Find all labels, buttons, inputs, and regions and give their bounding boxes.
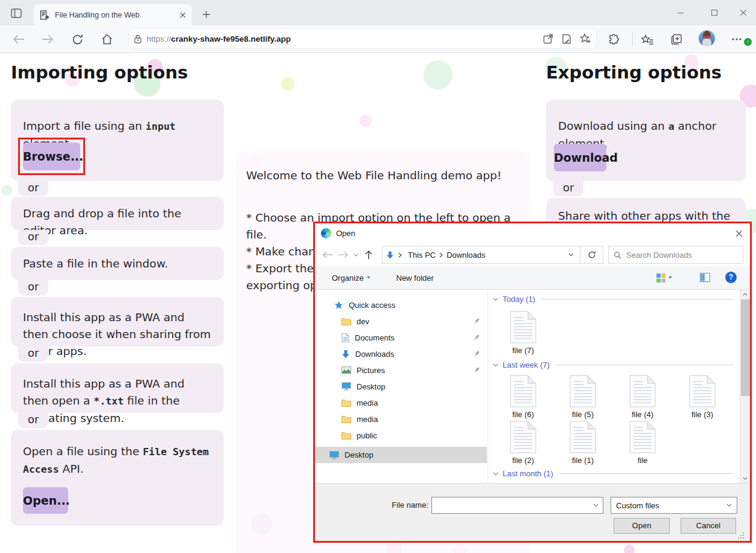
file-tile[interactable]: file (7): [495, 311, 551, 355]
profile-avatar[interactable]: [699, 30, 715, 46]
breadcrumb-this-pc[interactable]: This PC: [404, 251, 439, 260]
dialog-title-bar[interactable]: Open: [315, 223, 750, 243]
dialog-close-icon[interactable]: [735, 230, 743, 237]
file-tile[interactable]: file (2): [495, 421, 551, 465]
back-button[interactable]: [10, 31, 28, 48]
pin-icon: [473, 334, 480, 341]
dialog-cancel-button[interactable]: Cancel: [681, 518, 736, 534]
group-header-last-week[interactable]: Last week (7): [493, 360, 734, 369]
search-input[interactable]: [626, 251, 723, 260]
file-name-combobox[interactable]: [431, 497, 603, 514]
vertical-scrollbar[interactable]: [740, 290, 750, 483]
file-name-dropdown-icon[interactable]: [593, 503, 599, 507]
favorites-hub-icon[interactable]: [638, 31, 656, 48]
download-button[interactable]: Download: [554, 144, 606, 171]
window-close-button[interactable]: [731, 5, 755, 21]
extensions-puzzle-icon[interactable]: [605, 31, 623, 48]
view-thumbnails-icon: [656, 273, 666, 283]
file-tile[interactable]: file (5): [555, 375, 611, 419]
url-text: https://cranky-shaw-fe95e8.netlify.app: [147, 34, 543, 43]
dialog-up-button[interactable]: [361, 247, 376, 263]
file-icon: [689, 375, 716, 408]
browser-toolbar: https://cranky-shaw-fe95e8.netlify.app ↑: [0, 25, 756, 53]
code-anchor: a: [669, 121, 675, 132]
change-view-button[interactable]: [656, 273, 673, 283]
address-dropdown-chevron-icon[interactable]: [568, 253, 574, 257]
file-tile[interactable]: file: [615, 421, 670, 465]
file-tile[interactable]: file (3): [675, 375, 730, 419]
address-breadcrumb-bar[interactable]: This PC Downloads: [382, 246, 580, 264]
card-paste: Paste a file in the window.: [11, 247, 224, 280]
sidebar-item-public[interactable]: public: [315, 427, 487, 443]
edge-logo-icon: [321, 228, 331, 238]
window-maximize-button[interactable]: [702, 5, 726, 21]
open-file-button[interactable]: Open...: [23, 487, 68, 514]
scroll-up-icon[interactable]: [743, 293, 748, 296]
group-chevron-icon: [493, 472, 498, 476]
decor-dot: [424, 60, 453, 89]
tab-actions-icon: [11, 8, 22, 18]
organize-menu-button[interactable]: Organize: [332, 273, 371, 283]
scrollbar-thumb[interactable]: [741, 299, 750, 396]
file-tile[interactable]: file (4): [615, 375, 670, 419]
scroll-down-icon[interactable]: [743, 477, 748, 480]
sidebar-item-media[interactable]: media: [315, 395, 487, 411]
dialog-command-bar: Organize New folder ?: [315, 266, 750, 290]
open-in-new-icon[interactable]: [543, 34, 553, 44]
address-bar[interactable]: https://cranky-shaw-fe95e8.netlify.app: [129, 29, 596, 48]
pin-icon: [473, 366, 480, 374]
code-txt: *.txt: [94, 395, 124, 407]
preview-pane-button[interactable]: [700, 273, 710, 282]
file-name-input[interactable]: [432, 497, 593, 513]
desktop-monitor-icon: [341, 382, 351, 391]
help-button[interactable]: ?: [725, 272, 737, 283]
resize-grip[interactable]: [737, 532, 745, 539]
sidebar-item-desktop[interactable]: Desktop: [315, 379, 487, 394]
dialog-back-button[interactable]: [320, 247, 335, 263]
file-type-select[interactable]: Custom files: [611, 497, 737, 514]
exporting-heading: Exporting options: [546, 62, 722, 83]
tab-title: File Handling on the Web: [55, 11, 180, 19]
reload-button[interactable]: [68, 31, 86, 48]
file-icon: [570, 421, 596, 453]
tab-strip: File Handling on the Web: [0, 0, 756, 25]
dialog-forward-button[interactable]: [335, 247, 351, 263]
sidebar-quick-access[interactable]: Quick access: [315, 297, 487, 313]
forward-button[interactable]: [39, 31, 57, 48]
file-tile[interactable]: file (6): [495, 375, 551, 419]
new-folder-button[interactable]: New folder: [396, 273, 434, 283]
collections-icon[interactable]: [667, 31, 685, 48]
sidebar-item-dev[interactable]: dev: [315, 313, 487, 329]
refresh-button[interactable]: [580, 246, 603, 264]
new-tab-button[interactable]: [199, 7, 214, 22]
search-box[interactable]: [608, 246, 743, 264]
home-button[interactable]: [98, 31, 116, 48]
importing-heading: Importing options: [11, 62, 188, 83]
or-connector: or: [553, 181, 583, 196]
group-header-last-month[interactable]: Last month (1): [493, 469, 734, 478]
breadcrumb-downloads[interactable]: Downloads: [443, 251, 489, 260]
toolbar-divider: [632, 33, 633, 46]
pin-icon: [473, 318, 480, 325]
sidebar-item-downloads[interactable]: Downloads: [315, 346, 487, 362]
settings-more-icon[interactable]: [728, 31, 746, 48]
group-header-today[interactable]: Today (1): [493, 295, 734, 304]
dialog-open-button[interactable]: Open: [614, 518, 670, 534]
group-rule: [556, 365, 734, 365]
tab-close-icon[interactable]: [180, 12, 186, 18]
add-favorite-star-icon[interactable]: [580, 33, 591, 44]
lock-icon[interactable]: [134, 34, 142, 43]
browse-annotation-box: [18, 138, 85, 175]
tab-actions-menu-button[interactable]: [7, 5, 25, 22]
history-chevron-icon[interactable]: [351, 247, 361, 263]
browser-tab[interactable]: File Handling on the Web: [34, 4, 192, 25]
file-tile[interactable]: file (1): [555, 421, 611, 465]
or-connector: or: [18, 347, 48, 362]
sidebar-item-media[interactable]: media: [315, 411, 487, 427]
window-minimize-button[interactable]: [669, 5, 693, 21]
compose-page-icon[interactable]: [562, 34, 571, 44]
sidebar-item-pictures[interactable]: Pictures: [315, 362, 487, 378]
sidebar-item-documents[interactable]: Documents: [315, 330, 487, 345]
dialog-body: Quick access dev Documents Downloads Pic…: [315, 290, 750, 483]
sidebar-item-desktop-root[interactable]: Desktop: [315, 447, 487, 463]
